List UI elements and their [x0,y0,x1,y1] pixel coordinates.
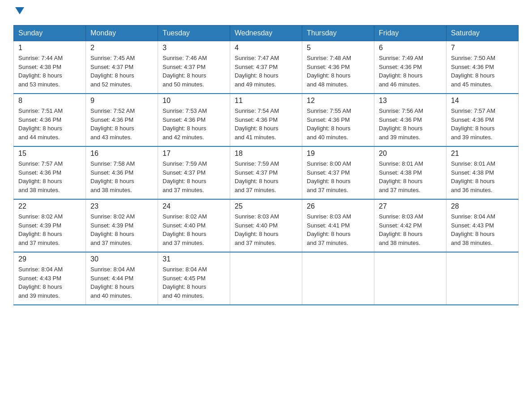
day-info: Sunrise: 7:59 AM Sunset: 4:37 PM Dayligh… [163,159,225,194]
calendar-header-sunday: Sunday [14,26,86,41]
calendar-day-cell: 1 Sunrise: 7:44 AM Sunset: 4:38 PM Dayli… [14,41,86,94]
day-info: Sunrise: 8:00 AM Sunset: 4:37 PM Dayligh… [307,159,369,194]
calendar-day-cell: 4 Sunrise: 7:47 AM Sunset: 4:37 PM Dayli… [230,41,302,94]
day-info: Sunrise: 8:03 AM Sunset: 4:42 PM Dayligh… [379,212,442,247]
day-info: Sunrise: 8:04 AM Sunset: 4:45 PM Dayligh… [163,265,225,300]
day-number: 22 [18,202,81,210]
day-info: Sunrise: 7:59 AM Sunset: 4:37 PM Dayligh… [235,159,297,194]
calendar-day-cell: 29 Sunrise: 8:04 AM Sunset: 4:43 PM Dayl… [14,252,86,305]
day-number: 4 [235,44,297,52]
day-info: Sunrise: 7:44 AM Sunset: 4:38 PM Dayligh… [18,54,81,89]
calendar-day-cell: 13 Sunrise: 7:56 AM Sunset: 4:36 PM Dayl… [374,94,446,146]
day-info: Sunrise: 7:50 AM Sunset: 4:36 PM Dayligh… [451,54,514,89]
day-number: 12 [307,97,369,105]
calendar-day-cell: 9 Sunrise: 7:52 AM Sunset: 4:36 PM Dayli… [86,94,158,146]
calendar-week-row: 8 Sunrise: 7:51 AM Sunset: 4:36 PM Dayli… [14,94,519,146]
day-number: 19 [307,150,369,158]
day-number: 13 [379,97,442,105]
day-number: 1 [18,44,81,52]
calendar-day-cell: 20 Sunrise: 8:01 AM Sunset: 4:38 PM Dayl… [374,146,446,199]
calendar-day-cell: 11 Sunrise: 7:54 AM Sunset: 4:36 PM Dayl… [230,94,302,146]
calendar-day-cell: 30 Sunrise: 8:04 AM Sunset: 4:44 PM Dayl… [86,252,158,305]
calendar-day-cell: 6 Sunrise: 7:49 AM Sunset: 4:36 PM Dayli… [374,41,446,94]
day-info: Sunrise: 8:04 AM Sunset: 4:44 PM Dayligh… [90,265,153,300]
calendar-day-cell: 12 Sunrise: 7:55 AM Sunset: 4:36 PM Dayl… [302,94,374,146]
calendar-header-monday: Monday [86,26,158,41]
day-number: 5 [307,44,369,52]
logo-triangle-icon [15,7,24,14]
calendar-table: SundayMondayTuesdayWednesdayThursdayFrid… [13,25,519,305]
calendar-week-row: 1 Sunrise: 7:44 AM Sunset: 4:38 PM Dayli… [14,41,519,94]
calendar-day-cell: 25 Sunrise: 8:03 AM Sunset: 4:40 PM Dayl… [230,199,302,252]
calendar-day-cell: 5 Sunrise: 7:48 AM Sunset: 4:36 PM Dayli… [302,41,374,94]
calendar-day-cell: 31 Sunrise: 8:04 AM Sunset: 4:45 PM Dayl… [158,252,230,305]
calendar-day-cell [302,252,374,305]
day-info: Sunrise: 7:57 AM Sunset: 4:36 PM Dayligh… [18,159,81,194]
day-number: 6 [379,44,442,52]
calendar-day-cell [230,252,302,305]
day-info: Sunrise: 7:54 AM Sunset: 4:36 PM Dayligh… [235,107,297,141]
day-number: 16 [90,150,153,158]
day-number: 9 [90,97,153,105]
calendar-day-cell: 19 Sunrise: 8:00 AM Sunset: 4:37 PM Dayl… [302,146,374,199]
day-info: Sunrise: 7:48 AM Sunset: 4:36 PM Dayligh… [307,54,369,89]
calendar-day-cell: 27 Sunrise: 8:03 AM Sunset: 4:42 PM Dayl… [374,199,446,252]
day-info: Sunrise: 7:51 AM Sunset: 4:36 PM Dayligh… [18,107,81,141]
day-number: 7 [451,44,514,52]
day-info: Sunrise: 8:03 AM Sunset: 4:40 PM Dayligh… [235,212,297,247]
calendar-header-row: SundayMondayTuesdayWednesdayThursdayFrid… [14,26,519,41]
calendar-day-cell: 2 Sunrise: 7:45 AM Sunset: 4:37 PM Dayli… [86,41,158,94]
calendar-day-cell: 23 Sunrise: 8:02 AM Sunset: 4:39 PM Dayl… [86,199,158,252]
calendar-day-cell: 17 Sunrise: 7:59 AM Sunset: 4:37 PM Dayl… [158,146,230,199]
day-info: Sunrise: 7:45 AM Sunset: 4:37 PM Dayligh… [90,54,153,89]
day-info: Sunrise: 7:53 AM Sunset: 4:36 PM Dayligh… [163,107,225,141]
day-info: Sunrise: 7:55 AM Sunset: 4:36 PM Dayligh… [307,107,369,141]
day-info: Sunrise: 8:02 AM Sunset: 4:39 PM Dayligh… [18,212,81,247]
day-number: 2 [90,44,153,52]
calendar-week-row: 15 Sunrise: 7:57 AM Sunset: 4:36 PM Dayl… [14,146,519,199]
day-info: Sunrise: 8:04 AM Sunset: 4:43 PM Dayligh… [18,265,81,300]
day-number: 20 [379,150,442,158]
calendar-day-cell: 26 Sunrise: 8:03 AM Sunset: 4:41 PM Dayl… [302,199,374,252]
day-number: 15 [18,150,81,158]
day-info: Sunrise: 8:04 AM Sunset: 4:43 PM Dayligh… [451,212,514,247]
day-info: Sunrise: 7:57 AM Sunset: 4:36 PM Dayligh… [451,107,514,141]
calendar-header-tuesday: Tuesday [158,26,230,41]
day-number: 27 [379,202,442,210]
day-info: Sunrise: 8:02 AM Sunset: 4:40 PM Dayligh… [163,212,225,247]
day-info: Sunrise: 8:02 AM Sunset: 4:39 PM Dayligh… [90,212,153,247]
calendar-week-row: 22 Sunrise: 8:02 AM Sunset: 4:39 PM Dayl… [14,199,519,252]
day-number: 14 [451,97,514,105]
calendar-day-cell: 7 Sunrise: 7:50 AM Sunset: 4:36 PM Dayli… [446,41,519,94]
day-number: 26 [307,202,369,210]
calendar-week-row: 29 Sunrise: 8:04 AM Sunset: 4:43 PM Dayl… [14,252,519,305]
page-header [13,9,519,16]
calendar-day-cell: 28 Sunrise: 8:04 AM Sunset: 4:43 PM Dayl… [446,199,519,252]
calendar-day-cell [374,252,446,305]
day-info: Sunrise: 7:49 AM Sunset: 4:36 PM Dayligh… [379,54,442,89]
day-number: 11 [235,97,297,105]
day-number: 18 [235,150,297,158]
calendar-day-cell: 14 Sunrise: 7:57 AM Sunset: 4:36 PM Dayl… [446,94,519,146]
day-number: 28 [451,202,514,210]
day-info: Sunrise: 7:47 AM Sunset: 4:37 PM Dayligh… [235,54,297,89]
day-info: Sunrise: 7:58 AM Sunset: 4:36 PM Dayligh… [90,159,153,194]
calendar-header-thursday: Thursday [302,26,374,41]
day-info: Sunrise: 7:46 AM Sunset: 4:37 PM Dayligh… [163,54,225,89]
day-info: Sunrise: 7:52 AM Sunset: 4:36 PM Dayligh… [90,107,153,141]
calendar-day-cell: 16 Sunrise: 7:58 AM Sunset: 4:36 PM Dayl… [86,146,158,199]
day-number: 30 [90,255,153,263]
calendar-day-cell: 21 Sunrise: 8:01 AM Sunset: 4:38 PM Dayl… [446,146,519,199]
day-number: 24 [163,202,225,210]
day-number: 21 [451,150,514,158]
logo [13,9,24,16]
calendar-header-friday: Friday [374,26,446,41]
day-number: 8 [18,97,81,105]
day-info: Sunrise: 8:01 AM Sunset: 4:38 PM Dayligh… [451,159,514,194]
calendar-day-cell: 3 Sunrise: 7:46 AM Sunset: 4:37 PM Dayli… [158,41,230,94]
calendar-day-cell: 15 Sunrise: 7:57 AM Sunset: 4:36 PM Dayl… [14,146,86,199]
day-number: 23 [90,202,153,210]
day-number: 29 [18,255,81,263]
calendar-day-cell: 24 Sunrise: 8:02 AM Sunset: 4:40 PM Dayl… [158,199,230,252]
calendar-day-cell: 18 Sunrise: 7:59 AM Sunset: 4:37 PM Dayl… [230,146,302,199]
